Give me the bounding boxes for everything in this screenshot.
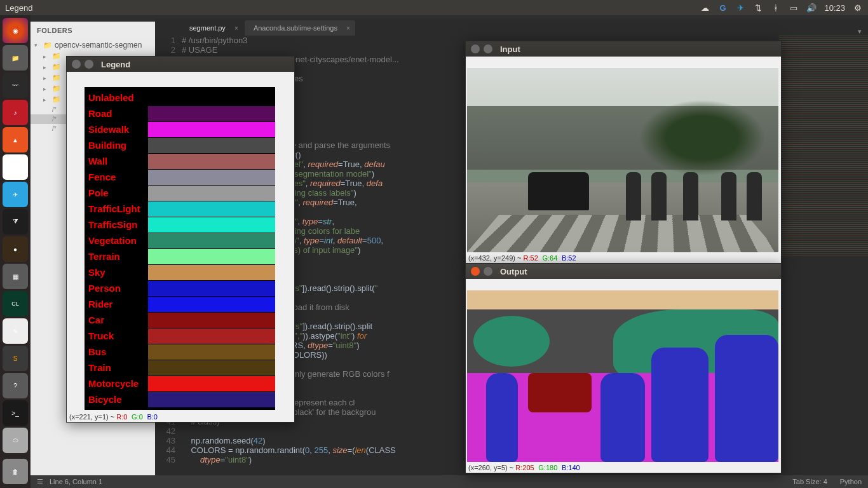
app-indicator-icon[interactable]: G bbox=[717, 3, 728, 13]
legend-label: Building bbox=[85, 140, 148, 151]
legend-label: Pole bbox=[85, 187, 148, 198]
legend-row: Fence bbox=[85, 169, 275, 185]
tab-label: segment.py bbox=[189, 24, 226, 32]
close-icon[interactable] bbox=[471, 267, 480, 276]
legend-row: Wall bbox=[85, 153, 275, 169]
close-icon[interactable] bbox=[72, 60, 81, 69]
bluetooth-icon[interactable]: ᚼ bbox=[771, 3, 781, 13]
legend-row: Sky bbox=[85, 264, 275, 280]
legend-swatch bbox=[148, 360, 275, 376]
output-window: Output (x=260, y=5) ~ R:205 G:180 B:140 bbox=[465, 263, 782, 473]
clion-icon[interactable]: CL bbox=[3, 291, 28, 316]
vlc-icon[interactable]: ▲ bbox=[3, 127, 28, 152]
legend-swatch bbox=[148, 90, 275, 105]
legend-swatch bbox=[148, 186, 275, 201]
gear-icon[interactable]: ⚙ bbox=[853, 3, 863, 13]
output-titlebar[interactable]: Output bbox=[466, 264, 781, 279]
output-body bbox=[466, 279, 781, 463]
legend-title: Legend bbox=[101, 60, 130, 69]
legend-row: Rider bbox=[85, 296, 275, 312]
minimap[interactable] bbox=[779, 36, 868, 475]
legend-row: Sidewalk bbox=[85, 121, 275, 137]
legend-swatch bbox=[148, 138, 275, 153]
minimize-icon[interactable] bbox=[85, 60, 93, 69]
terminal-icon[interactable]: >_ bbox=[3, 400, 28, 426]
telegram-icon[interactable]: ✈ bbox=[3, 182, 28, 207]
legend-row: Terrain bbox=[85, 248, 275, 264]
legend-swatch bbox=[148, 201, 275, 217]
legend-label: Sidewalk bbox=[85, 124, 148, 135]
dash-icon[interactable]: ◉ bbox=[3, 18, 28, 43]
legend-row: Car bbox=[85, 312, 275, 328]
system-monitor-icon[interactable]: 〰 bbox=[3, 72, 28, 98]
sidebar-folders-header: FOLDERS bbox=[31, 22, 155, 39]
legend-swatch bbox=[148, 297, 275, 312]
legend-row: Person bbox=[85, 280, 275, 296]
chrome-icon[interactable]: ◉ bbox=[3, 154, 28, 180]
tab-anaconda-settings[interactable]: Anaconda.sublime-settings × bbox=[245, 20, 355, 36]
legend-swatch bbox=[148, 329, 275, 344]
tab-size[interactable]: Tab Size: 4 bbox=[792, 478, 827, 485]
legend-table: UnlabeledRoadSidewalkBuildingWallFencePo… bbox=[85, 87, 275, 410]
clock[interactable]: 10:23 bbox=[824, 3, 845, 13]
folder-icon: 📁 bbox=[43, 41, 52, 50]
launcher: ◉ 📁 〰 ♪ ▲ ◉ ✈ ⧩ ● ▦ CL ✎ S ? >_ ⬭ 🗑 bbox=[0, 15, 31, 488]
network-icon[interactable]: ⇅ bbox=[753, 3, 763, 13]
legend-label: Sky bbox=[85, 267, 148, 278]
app-icon[interactable]: ● bbox=[3, 236, 28, 262]
legend-label: Vegetation bbox=[85, 235, 148, 246]
output-title: Output bbox=[500, 267, 527, 276]
legend-label: Truck bbox=[85, 330, 148, 341]
legend-label: Bus bbox=[85, 346, 148, 357]
input-body bbox=[466, 57, 781, 254]
help-icon[interactable]: ? bbox=[3, 373, 28, 398]
app-icon-2[interactable]: ▦ bbox=[3, 264, 28, 289]
legend-swatch bbox=[148, 392, 275, 407]
legend-row: Truck bbox=[85, 328, 275, 344]
volume-icon[interactable]: 🔊 bbox=[806, 3, 817, 13]
legend-label: Unlabeled bbox=[85, 92, 148, 103]
sublime-icon[interactable]: S bbox=[3, 346, 28, 371]
folder-root[interactable]: ▾ 📁 opencv-semantic-segmen bbox=[31, 39, 155, 51]
input-titlebar[interactable]: Input bbox=[466, 41, 781, 57]
menu-icon[interactable]: ☰ bbox=[37, 478, 43, 486]
drive-icon[interactable]: ⬭ bbox=[3, 428, 28, 453]
legend-label: Rider bbox=[85, 299, 148, 309]
tab-label: Anaconda.sublime-settings bbox=[254, 24, 337, 32]
legend-row: TrafficLight bbox=[85, 201, 275, 217]
weather-icon[interactable]: ☁ bbox=[700, 3, 710, 13]
trash-icon[interactable]: 🗑 bbox=[3, 459, 28, 484]
legend-label: TrafficLight bbox=[85, 203, 148, 214]
system-tray: ☁ G ✈ ⇅ ᚼ ▭ 🔊 10:23 ⚙ bbox=[700, 3, 863, 13]
tab-close-icon[interactable]: × bbox=[346, 25, 350, 32]
files-icon[interactable]: 📁 bbox=[3, 45, 28, 71]
editor-tabs: segment.py × Anaconda.sublime-settings ×… bbox=[155, 19, 868, 36]
music-app-icon[interactable]: ♪ bbox=[3, 100, 28, 125]
input-status: (x=432, y=249) ~ R:52 G:64 B:52 bbox=[466, 254, 781, 263]
editor-statusbar: ☰ Line 6, Column 1 Tab Size: 4 Python bbox=[31, 475, 868, 488]
disclosure-icon: ▾ bbox=[34, 42, 41, 48]
battery-icon[interactable]: ▭ bbox=[789, 3, 799, 13]
legend-window: Legend UnlabeledRoadSidewalkBuildingWall… bbox=[66, 56, 295, 423]
legend-label: Wall bbox=[85, 156, 148, 166]
telegram-tray-icon[interactable]: ✈ bbox=[735, 3, 745, 13]
legend-swatch bbox=[148, 106, 275, 121]
input-title: Input bbox=[500, 44, 520, 54]
tab-segment-py[interactable]: segment.py × bbox=[180, 20, 243, 36]
vscode-icon[interactable]: ⧩ bbox=[3, 209, 28, 234]
legend-row: TrafficSign bbox=[85, 217, 275, 233]
legend-label: Train bbox=[85, 362, 148, 373]
minimize-icon[interactable] bbox=[484, 44, 492, 53]
tab-close-icon[interactable]: × bbox=[234, 25, 238, 32]
tab-overflow-icon[interactable]: ▾ bbox=[851, 27, 868, 36]
close-icon[interactable] bbox=[471, 44, 480, 53]
text-editor-icon[interactable]: ✎ bbox=[3, 318, 28, 344]
legend-titlebar[interactable]: Legend bbox=[67, 57, 294, 72]
legend-row: Unlabeled bbox=[85, 90, 275, 105]
cursor-position: Line 6, Column 1 bbox=[50, 478, 102, 485]
legend-swatch bbox=[148, 233, 275, 248]
legend-row: Bus bbox=[85, 344, 275, 360]
minimize-icon[interactable] bbox=[484, 267, 492, 276]
syntax-mode[interactable]: Python bbox=[840, 478, 862, 485]
legend-swatch bbox=[148, 154, 275, 169]
